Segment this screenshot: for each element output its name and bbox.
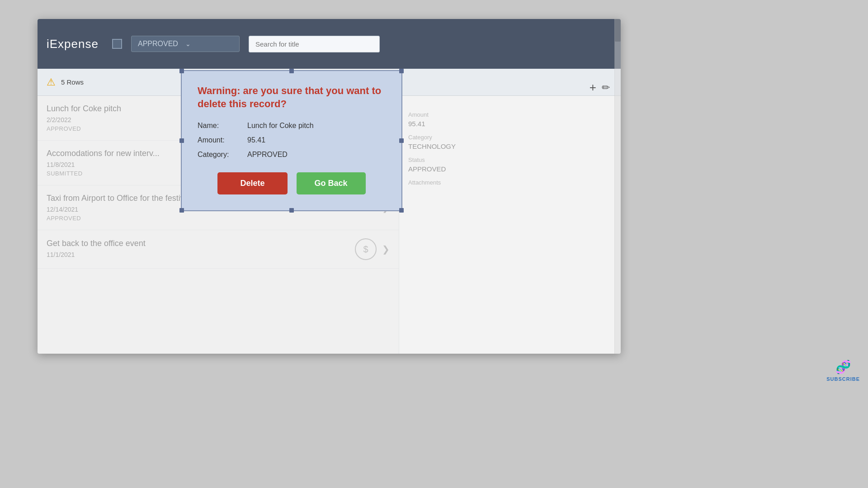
resize-handle-bl[interactable] [179,208,184,213]
warning-icon: ⚠ [47,76,56,88]
chevron-right-icon: ❯ [382,244,390,255]
modal-warning-text: Warning: are you sure that you want to d… [198,85,386,110]
go-back-button[interactable]: Go Back [297,172,366,194]
add-button[interactable]: + [588,79,598,96]
resize-handle-br[interactable] [399,208,404,213]
header: iExpense APPROVED ⌄ [38,19,621,69]
delete-button[interactable]: Delete [217,172,287,194]
subscribe-badge: 🧬 SUBSCRIBE [826,360,860,382]
item-date: 11/1/2021 [47,251,355,258]
dna-icon: 🧬 [835,360,851,374]
modal-amount-field: Amount: 95.41 [198,136,386,144]
status-value: APPROVED [408,165,612,173]
modal-buttons: Delete Go Back [198,172,386,194]
resize-handle-tr[interactable] [399,69,404,73]
modal-category-label: Category: [198,151,247,159]
resize-handle-bm[interactable] [289,208,294,213]
status-dropdown[interactable]: APPROVED ⌄ [131,36,240,52]
dollar-icon: $ [355,238,377,260]
list-item[interactable]: Get back to the office event 11/1/2021 $… [38,230,399,269]
modal-amount-value: 95.41 [247,136,265,144]
resize-handle-tm[interactable] [289,69,294,73]
search-input[interactable] [249,36,380,52]
item-status: APPROVED [47,215,368,222]
chevron-down-icon: ⌄ [185,40,233,47]
modal-name-label: Name: [198,122,247,130]
modal-name-field: Name: Lunch for Coke pitch [198,122,386,130]
resize-handle-tl[interactable] [179,69,184,73]
app-title: iExpense [47,37,99,51]
modal-dialog: Warning: are you sure that you want to d… [181,70,402,211]
modal-category-value: APPROVED [247,151,288,159]
item-title: Get back to the office event [47,239,355,248]
amount-value: 95.41 [408,120,612,128]
header-checkbox[interactable] [112,39,122,49]
subscribe-text[interactable]: SUBSCRIBE [826,376,860,382]
category-value: TECHNOLOGY [408,142,612,150]
rows-count: 5 Rows [61,78,84,86]
modal-name-value: Lunch for Coke pitch [247,122,314,130]
amount-label: Amount [408,111,612,118]
modal-amount-label: Amount: [198,136,247,144]
resize-handle-ml[interactable] [179,138,184,143]
edit-button[interactable]: ✏ [600,80,612,95]
status-label: Status [408,156,612,163]
modal-category-field: Category: APPROVED [198,151,386,159]
category-label: Category [408,134,612,141]
status-dropdown-label: APPROVED [138,40,185,48]
resize-handle-mr[interactable] [399,138,404,143]
right-panel: Amount 95.41 Category TECHNOLOGY Status … [399,96,621,354]
attachments-label: Attachments [408,179,612,186]
